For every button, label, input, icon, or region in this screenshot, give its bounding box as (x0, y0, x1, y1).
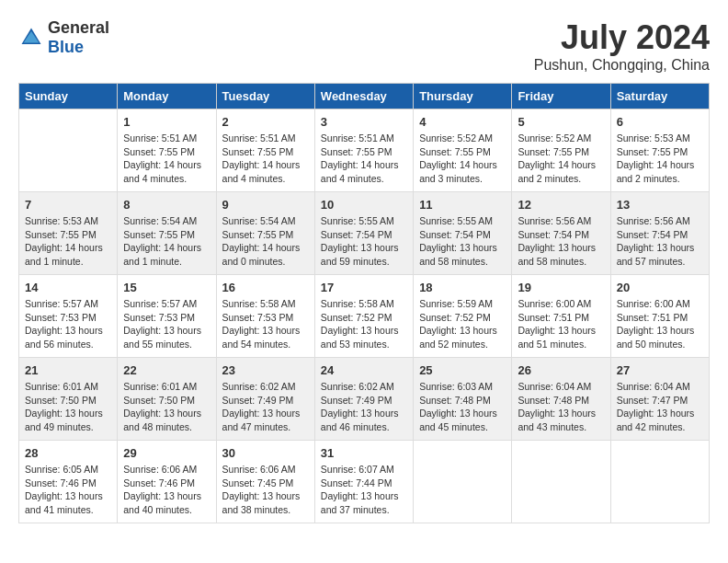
day-info: Sunrise: 5:51 AMSunset: 7:55 PMDaylight:… (123, 132, 210, 186)
day-number: 21 (25, 363, 111, 377)
calendar-cell: 15Sunrise: 5:57 AMSunset: 7:53 PMDayligh… (118, 275, 216, 358)
calendar-cell (19, 109, 118, 192)
day-number: 4 (419, 115, 506, 129)
day-number: 28 (25, 446, 111, 460)
day-number: 3 (321, 115, 407, 129)
col-header-monday: Monday (118, 84, 216, 109)
calendar-row: 21Sunrise: 6:01 AMSunset: 7:50 PMDayligh… (19, 358, 710, 441)
calendar-cell: 25Sunrise: 6:03 AMSunset: 7:48 PMDayligh… (414, 358, 512, 441)
day-number: 20 (617, 281, 703, 294)
day-info: Sunrise: 6:07 AMSunset: 7:44 PMDaylight:… (321, 463, 407, 517)
calendar-cell: 30Sunrise: 6:06 AMSunset: 7:45 PMDayligh… (216, 441, 314, 523)
calendar-cell (512, 441, 610, 523)
calendar-cell: 29Sunrise: 6:06 AMSunset: 7:46 PMDayligh… (118, 441, 216, 523)
location: Pushun, Chongqing, China (534, 57, 710, 74)
day-info: Sunrise: 6:00 AMSunset: 7:51 PMDaylight:… (518, 297, 604, 351)
day-number: 9 (222, 198, 309, 212)
day-number: 31 (321, 446, 407, 460)
page-header: General Blue July 2024 Pushun, Chongqing… (18, 18, 710, 74)
col-header-thursday: Thursday (414, 84, 512, 109)
calendar-cell: 1Sunrise: 5:51 AMSunset: 7:55 PMDaylight… (118, 109, 216, 192)
col-header-sunday: Sunday (19, 84, 118, 109)
calendar-cell: 12Sunrise: 5:56 AMSunset: 7:54 PMDayligh… (512, 192, 610, 275)
day-number: 15 (123, 281, 210, 294)
day-number: 29 (123, 446, 210, 460)
day-info: Sunrise: 6:03 AMSunset: 7:48 PMDaylight:… (419, 380, 506, 434)
day-info: Sunrise: 5:54 AMSunset: 7:55 PMDaylight:… (123, 214, 210, 269)
day-info: Sunrise: 5:53 AMSunset: 7:55 PMDaylight:… (617, 132, 703, 186)
calendar-table: SundayMondayTuesdayWednesdayThursdayFrid… (18, 83, 710, 523)
day-number: 23 (222, 363, 309, 377)
day-number: 5 (518, 115, 604, 129)
calendar-row: 28Sunrise: 6:05 AMSunset: 7:46 PMDayligh… (19, 441, 710, 523)
calendar-cell: 21Sunrise: 6:01 AMSunset: 7:50 PMDayligh… (19, 358, 118, 441)
day-number: 1 (123, 115, 210, 129)
calendar-cell: 14Sunrise: 5:57 AMSunset: 7:53 PMDayligh… (19, 275, 118, 358)
day-number: 19 (518, 281, 604, 294)
day-info: Sunrise: 6:00 AMSunset: 7:51 PMDaylight:… (617, 297, 703, 351)
day-info: Sunrise: 6:05 AMSunset: 7:46 PMDaylight:… (25, 463, 111, 517)
calendar-cell (414, 441, 512, 523)
calendar-cell: 10Sunrise: 5:55 AMSunset: 7:54 PMDayligh… (314, 192, 413, 275)
day-number: 26 (518, 363, 604, 377)
calendar-cell: 8Sunrise: 5:54 AMSunset: 7:55 PMDaylight… (118, 192, 216, 275)
day-number: 2 (222, 115, 309, 129)
day-info: Sunrise: 6:01 AMSunset: 7:50 PMDaylight:… (123, 380, 210, 434)
day-info: Sunrise: 5:53 AMSunset: 7:55 PMDaylight:… (25, 214, 111, 269)
day-number: 10 (321, 198, 407, 212)
day-number: 8 (123, 198, 210, 212)
calendar-cell: 23Sunrise: 6:02 AMSunset: 7:49 PMDayligh… (216, 358, 314, 441)
day-info: Sunrise: 5:55 AMSunset: 7:54 PMDaylight:… (321, 214, 407, 269)
day-number: 14 (25, 281, 111, 294)
day-info: Sunrise: 5:57 AMSunset: 7:53 PMDaylight:… (25, 297, 111, 351)
logo-icon (18, 25, 44, 51)
logo-text: General Blue (48, 18, 109, 57)
calendar-cell: 31Sunrise: 6:07 AMSunset: 7:44 PMDayligh… (314, 441, 413, 523)
day-number: 12 (518, 198, 604, 212)
calendar-cell: 26Sunrise: 6:04 AMSunset: 7:48 PMDayligh… (512, 358, 610, 441)
day-info: Sunrise: 6:01 AMSunset: 7:50 PMDaylight:… (25, 380, 111, 434)
day-info: Sunrise: 5:54 AMSunset: 7:55 PMDaylight:… (222, 214, 309, 269)
day-info: Sunrise: 5:51 AMSunset: 7:55 PMDaylight:… (321, 132, 407, 186)
col-header-wednesday: Wednesday (314, 84, 413, 109)
calendar-cell: 27Sunrise: 6:04 AMSunset: 7:47 PMDayligh… (610, 358, 709, 441)
day-number: 13 (617, 198, 703, 212)
calendar-cell: 3Sunrise: 5:51 AMSunset: 7:55 PMDaylight… (314, 109, 413, 192)
calendar-cell: 22Sunrise: 6:01 AMSunset: 7:50 PMDayligh… (118, 358, 216, 441)
calendar-cell: 19Sunrise: 6:00 AMSunset: 7:51 PMDayligh… (512, 275, 610, 358)
day-info: Sunrise: 5:56 AMSunset: 7:54 PMDaylight:… (617, 214, 703, 269)
logo: General Blue (18, 18, 109, 57)
calendar-cell: 20Sunrise: 6:00 AMSunset: 7:51 PMDayligh… (610, 275, 709, 358)
calendar-cell: 16Sunrise: 5:58 AMSunset: 7:53 PMDayligh… (216, 275, 314, 358)
day-info: Sunrise: 6:02 AMSunset: 7:49 PMDaylight:… (222, 380, 309, 434)
day-info: Sunrise: 5:52 AMSunset: 7:55 PMDaylight:… (419, 132, 506, 186)
title-block: July 2024 Pushun, Chongqing, China (534, 18, 710, 74)
day-number: 16 (222, 281, 309, 294)
day-info: Sunrise: 5:59 AMSunset: 7:52 PMDaylight:… (419, 297, 506, 351)
day-info: Sunrise: 5:55 AMSunset: 7:54 PMDaylight:… (419, 214, 506, 269)
day-number: 25 (419, 363, 506, 377)
day-info: Sunrise: 5:56 AMSunset: 7:54 PMDaylight:… (518, 214, 604, 269)
calendar-row: 14Sunrise: 5:57 AMSunset: 7:53 PMDayligh… (19, 275, 710, 358)
day-info: Sunrise: 6:06 AMSunset: 7:46 PMDaylight:… (123, 463, 210, 517)
day-info: Sunrise: 5:58 AMSunset: 7:52 PMDaylight:… (321, 297, 407, 351)
day-number: 17 (321, 281, 407, 294)
day-info: Sunrise: 6:04 AMSunset: 7:48 PMDaylight:… (518, 380, 604, 434)
day-number: 27 (617, 363, 703, 377)
day-number: 30 (222, 446, 309, 460)
calendar-row: 7Sunrise: 5:53 AMSunset: 7:55 PMDaylight… (19, 192, 710, 275)
day-number: 24 (321, 363, 407, 377)
day-info: Sunrise: 6:04 AMSunset: 7:47 PMDaylight:… (617, 380, 703, 434)
month-year: July 2024 (534, 18, 710, 57)
col-header-friday: Friday (512, 84, 610, 109)
calendar-cell: 2Sunrise: 5:51 AMSunset: 7:55 PMDaylight… (216, 109, 314, 192)
calendar-cell: 5Sunrise: 5:52 AMSunset: 7:55 PMDaylight… (512, 109, 610, 192)
calendar-cell: 18Sunrise: 5:59 AMSunset: 7:52 PMDayligh… (414, 275, 512, 358)
calendar-cell: 17Sunrise: 5:58 AMSunset: 7:52 PMDayligh… (314, 275, 413, 358)
calendar-cell: 4Sunrise: 5:52 AMSunset: 7:55 PMDaylight… (414, 109, 512, 192)
calendar-cell: 7Sunrise: 5:53 AMSunset: 7:55 PMDaylight… (19, 192, 118, 275)
calendar-cell: 24Sunrise: 6:02 AMSunset: 7:49 PMDayligh… (314, 358, 413, 441)
calendar-cell: 6Sunrise: 5:53 AMSunset: 7:55 PMDaylight… (610, 109, 709, 192)
day-number: 22 (123, 363, 210, 377)
col-header-saturday: Saturday (610, 84, 709, 109)
